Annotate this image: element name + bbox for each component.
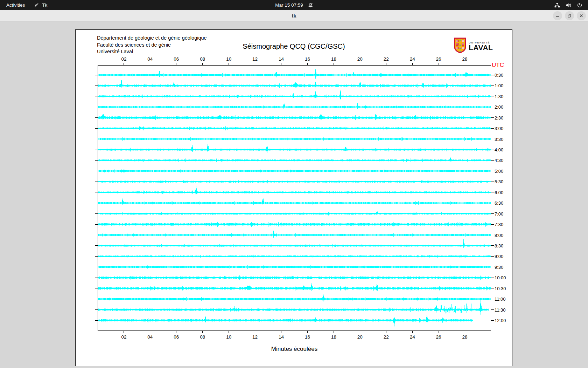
restore-button[interactable] xyxy=(565,11,574,20)
clock-label: Mar 15 07:59 xyxy=(275,2,303,8)
clock-button[interactable]: Mar 15 07:59 xyxy=(275,2,313,8)
trace-tick-right xyxy=(491,86,494,86)
trace-time-label: 0:30 xyxy=(495,73,503,78)
trace-tick-right xyxy=(491,75,494,75)
trace-tick-right xyxy=(491,235,494,235)
x-axis-label: Minutes écoulées xyxy=(98,346,491,353)
volume-icon[interactable] xyxy=(566,2,571,8)
trace-tick-right xyxy=(491,192,494,192)
minimize-button[interactable] xyxy=(553,11,562,20)
x-tick-label-top: 04 xyxy=(147,56,153,62)
x-tick-bottom xyxy=(281,331,281,333)
x-tick-label-top: 20 xyxy=(357,56,363,62)
x-tick-label-bottom: 22 xyxy=(384,334,389,340)
trace-time-label: 11:00 xyxy=(495,297,506,302)
x-tick-top xyxy=(176,63,176,65)
trace-tick-left xyxy=(95,299,98,299)
x-tick-bottom xyxy=(439,331,439,333)
trace-time-label: 6:00 xyxy=(495,190,503,195)
trace-tick-left xyxy=(95,235,98,235)
trace-time-label: 3:30 xyxy=(495,136,503,142)
trace-tick-left xyxy=(95,160,98,161)
trace-time-label: 9:30 xyxy=(495,264,503,270)
institution-line-1: Département de géologie et de génie géol… xyxy=(97,35,207,42)
close-button[interactable] xyxy=(577,11,586,20)
tk-window-body: Département de géologie et de génie géol… xyxy=(0,21,588,368)
trace-time-label: 9:00 xyxy=(495,254,503,259)
trace-time-label: 4:00 xyxy=(495,147,503,152)
x-tick-top xyxy=(150,63,150,65)
trace-tick-right xyxy=(491,160,494,161)
x-tick-label-top: 06 xyxy=(174,56,179,62)
trace-tick-right xyxy=(491,320,494,321)
trace-time-label: 6:30 xyxy=(495,200,503,206)
x-tick-label-bottom: 28 xyxy=(462,334,468,340)
x-tick-label-top: 28 xyxy=(462,56,468,62)
app-menu-button[interactable]: Tk xyxy=(34,2,47,8)
trace-tick-right xyxy=(491,171,494,171)
x-tick-top xyxy=(360,63,360,65)
x-tick-top xyxy=(307,63,308,65)
plot-border xyxy=(98,65,491,331)
window-title: tk xyxy=(292,13,296,19)
x-tick-bottom xyxy=(386,331,386,333)
trace-tick-left xyxy=(95,320,98,321)
trace-tick-left xyxy=(95,171,98,171)
trace-tick-right xyxy=(491,203,494,203)
x-tick-bottom xyxy=(150,331,150,333)
trace-tick-left xyxy=(95,224,98,225)
x-tick-label-bottom: 10 xyxy=(226,334,231,340)
trace-time-label: 1:00 xyxy=(495,83,503,88)
x-tick-label-top: 26 xyxy=(436,56,441,62)
x-tick-label-top: 08 xyxy=(200,56,205,62)
x-tick-bottom xyxy=(465,331,465,333)
trace-tick-left xyxy=(95,86,98,86)
x-tick-bottom xyxy=(202,331,203,333)
x-tick-bottom xyxy=(360,331,360,333)
utc-axis-label: UTC xyxy=(492,62,504,69)
x-tick-top xyxy=(255,63,255,65)
trace-tick-right xyxy=(491,256,494,257)
trace-time-label: 12:00 xyxy=(495,318,506,323)
trace-tick-right xyxy=(491,117,494,118)
trace-tick-left xyxy=(95,192,98,192)
x-tick-label-bottom: 08 xyxy=(200,334,205,340)
trace-tick-right xyxy=(491,288,494,288)
chart-title: Séismographe QCQ (CGC/GSC) xyxy=(76,42,512,50)
trace-tick-right xyxy=(491,213,494,214)
trace-time-label: 8:00 xyxy=(495,232,503,238)
notifications-disabled-icon xyxy=(308,3,313,8)
x-tick-bottom xyxy=(124,331,124,333)
laval-logo-text: UNIVERSITÉ LAVAL xyxy=(469,41,493,51)
trace-time-label: 2:30 xyxy=(495,115,503,120)
trace-tick-left xyxy=(95,256,98,257)
x-tick-label-top: 10 xyxy=(226,56,231,62)
power-icon[interactable] xyxy=(577,2,582,8)
app-menu-label: Tk xyxy=(42,2,47,8)
x-tick-label-bottom: 12 xyxy=(252,334,258,340)
trace-time-label: 3:00 xyxy=(495,126,503,131)
x-tick-label-bottom: 24 xyxy=(410,334,415,340)
trace-time-label: 5:30 xyxy=(495,179,503,184)
trace-tick-left xyxy=(95,128,98,129)
x-tick-label-top: 02 xyxy=(121,56,126,62)
universite-laval-logo: UNIVERSITÉ LAVAL xyxy=(454,38,493,55)
x-tick-label-top: 16 xyxy=(305,56,310,62)
gnome-top-bar: Activities Tk Mar 15 07:59 xyxy=(0,0,588,10)
x-tick-label-bottom: 06 xyxy=(174,334,179,340)
x-tick-label-bottom: 26 xyxy=(436,334,441,340)
x-tick-bottom xyxy=(412,331,413,333)
trace-tick-left xyxy=(95,213,98,214)
trace-tick-left xyxy=(95,182,98,182)
trace-tick-right xyxy=(491,245,494,246)
x-tick-label-bottom: 18 xyxy=(331,334,336,340)
activities-label: Activities xyxy=(6,2,25,8)
activities-button[interactable]: Activities xyxy=(6,2,25,8)
x-tick-bottom xyxy=(229,331,229,333)
trace-tick-left xyxy=(95,288,98,288)
x-tick-bottom xyxy=(334,331,334,333)
trace-tick-right xyxy=(491,278,494,278)
network-icon[interactable] xyxy=(554,2,560,8)
window-titlebar: tk xyxy=(0,10,588,21)
trace-tick-right xyxy=(491,309,494,310)
